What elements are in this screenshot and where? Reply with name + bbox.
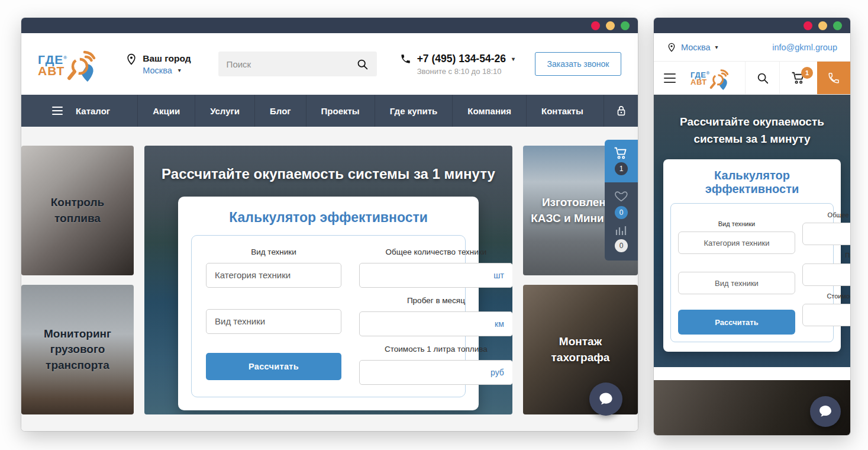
- header-phone: +7 (495) 134-54-26 ▾ Звоните с 8:10 до 1…: [400, 53, 515, 76]
- logo-magnifier-pin-icon: [65, 49, 97, 83]
- window-control-close[interactable]: [804, 21, 812, 30]
- mobile-city-value: Москва: [681, 43, 711, 52]
- callback-button[interactable]: Заказать звонок: [535, 52, 621, 76]
- nav-item-company[interactable]: Компания: [452, 95, 526, 127]
- mobile-window-titlebar: [654, 18, 850, 33]
- location-pin-icon: [667, 43, 676, 52]
- window-control-close[interactable]: [591, 21, 600, 30]
- window-control-minimize[interactable]: [818, 21, 827, 30]
- phone-number-row[interactable]: +7 (495) 134-54-26 ▾: [400, 53, 515, 65]
- vehicle-category-input[interactable]: [685, 239, 789, 247]
- window-control-minimize[interactable]: [606, 21, 615, 30]
- calculator-card: Калькулятор эффективности Вид техники Ра…: [178, 197, 479, 410]
- city-selector: Ваш город Москва ▾: [125, 53, 191, 75]
- nav-item-blog[interactable]: Блог: [254, 95, 306, 127]
- mobile-site-logo[interactable]: ГДЕ® АВТ: [686, 62, 734, 94]
- phone-icon: [827, 72, 840, 85]
- calculator-banner: Рассчитайте окупаемость системы за 1 мин…: [144, 146, 512, 414]
- calculate-button[interactable]: Рассчитать: [206, 353, 341, 380]
- fuel-price-input[interactable]: [809, 310, 850, 319]
- calculator-card: Калькулятор эффективности Вид техники Ра…: [663, 159, 841, 352]
- side-panel-lower: 0 0: [605, 182, 638, 261]
- mobile-cart-button[interactable]: 1: [779, 62, 817, 94]
- vehicle-kind-input[interactable]: [685, 279, 789, 288]
- nav-item-catalog[interactable]: Каталог: [21, 95, 137, 127]
- mileage-field: км: [802, 263, 850, 286]
- tile-cargo-monitoring[interactable]: Мониторинг грузового транспорта: [21, 285, 134, 414]
- vehicle-kind-input[interactable]: [215, 316, 333, 326]
- mileage-input[interactable]: [368, 319, 490, 329]
- chevron-down-icon[interactable]: ▾: [512, 56, 515, 62]
- favorites-widget[interactable]: 0: [614, 189, 629, 219]
- favorites-count-badge: 0: [615, 206, 628, 219]
- nav-login-lock[interactable]: [604, 95, 638, 127]
- calculator-title: Калькулятор эффективности: [191, 210, 466, 226]
- mobile-call-button[interactable]: [817, 62, 850, 94]
- section-divider: [654, 367, 850, 380]
- nav-item-promos[interactable]: Акции: [137, 95, 195, 127]
- quantity-input[interactable]: [368, 270, 489, 280]
- nav-item-contacts[interactable]: Контакты: [526, 95, 598, 127]
- window-control-maximize[interactable]: [833, 21, 842, 30]
- search-icon: [756, 72, 769, 85]
- site-logo-text: ГДЕ® АВТ: [38, 52, 67, 76]
- vehicle-category-field: [206, 263, 341, 288]
- fuel-price-label: Стоимость 1 литра топлива: [359, 345, 512, 355]
- heart-icon: [614, 189, 629, 203]
- phone-number: +7 (495) 134-54-26: [417, 53, 506, 65]
- quantity-label: Общее количество техники: [359, 247, 512, 258]
- mobile-search-button[interactable]: [745, 62, 779, 94]
- chat-widget-button[interactable]: [589, 382, 622, 416]
- mileage-label: Пробег в месяц: [359, 296, 512, 306]
- chat-bubble-icon: [817, 403, 834, 420]
- calculator-form: Вид техники Рассчитать Общее количество …: [670, 203, 834, 342]
- fuel-price-field: руб: [359, 360, 512, 385]
- search-bar: [218, 52, 377, 76]
- fuel-price-unit: руб: [491, 368, 504, 377]
- quantity-field: шт: [802, 223, 850, 245]
- contact-email-link[interactable]: info@gkml.group: [772, 43, 837, 52]
- mobile-menu-button[interactable]: [654, 62, 686, 94]
- floating-side-panel: 1 0 0: [605, 140, 638, 261]
- phone-hours: Звоните с 8:10 до 18:10: [417, 67, 515, 76]
- quantity-unit: шт: [493, 271, 504, 280]
- tile-fuel-control[interactable]: Контроль топлива: [21, 146, 134, 275]
- hamburger-icon: [52, 107, 63, 115]
- search-input[interactable]: [227, 59, 356, 69]
- mobile-topbar: Москва ▾ info@gkml.group: [654, 33, 850, 62]
- mobile-navbar: ГДЕ® АВТ 1: [654, 62, 850, 95]
- cart-icon: [614, 147, 629, 160]
- mileage-field: км: [359, 311, 512, 336]
- vehicle-type-label: Вид техники: [678, 220, 795, 228]
- nav-item-label: Каталог: [76, 106, 110, 116]
- chevron-down-icon[interactable]: ▾: [178, 67, 181, 73]
- vehicle-category-input[interactable]: [215, 270, 333, 280]
- window-control-maximize[interactable]: [621, 21, 630, 30]
- fuel-price-input[interactable]: [368, 367, 486, 377]
- banner-title: Рассчитайте окупаемость системы за 1 мин…: [144, 166, 512, 182]
- calculate-button[interactable]: Рассчитать: [678, 310, 795, 335]
- nav-item-where-to-buy[interactable]: Где купить: [375, 95, 453, 127]
- cart-widget[interactable]: 1: [605, 140, 638, 182]
- fuel-price-field: руб: [802, 304, 850, 326]
- desktop-window-titlebar: [21, 18, 638, 33]
- phone-icon: [400, 53, 411, 65]
- site-logo-text: ГДЕ® АВТ: [690, 70, 710, 86]
- mileage-input[interactable]: [809, 270, 850, 279]
- chat-widget-button[interactable]: [810, 396, 841, 427]
- hamburger-icon: [664, 73, 676, 75]
- city-selector-value[interactable]: Москва: [143, 66, 172, 75]
- vehicle-category-field: [678, 232, 795, 254]
- nav-item-projects[interactable]: Проекты: [306, 95, 375, 127]
- quantity-input[interactable]: [809, 230, 850, 239]
- banner-title: Рассчитайте окупаемость системы за 1 мин…: [654, 114, 850, 147]
- compare-widget[interactable]: 0: [614, 224, 628, 252]
- site-header: ГДЕ® АВТ Ваш город Москва ▾: [21, 33, 638, 95]
- search-icon[interactable]: [356, 58, 369, 70]
- mobile-city-selector[interactable]: Москва ▾: [667, 43, 718, 52]
- mobile-browser-window: Москва ▾ info@gkml.group ГДЕ® АВТ: [654, 18, 850, 435]
- fuel-price-label: Стоимость 1 литра топлива: [802, 292, 850, 300]
- location-pin-icon: [125, 53, 137, 65]
- site-logo[interactable]: ГДЕ® АВТ: [38, 45, 97, 83]
- nav-item-services[interactable]: Услуги: [195, 95, 254, 127]
